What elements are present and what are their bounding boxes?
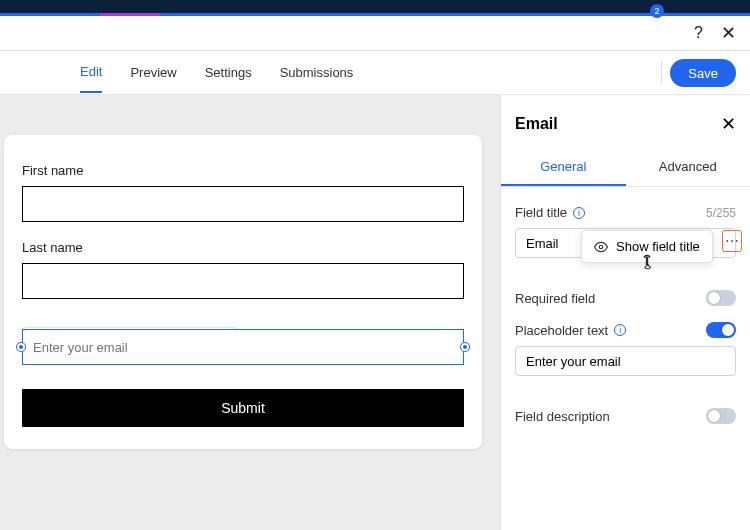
info-icon[interactable]: i bbox=[614, 324, 626, 336]
save-button[interactable]: Save bbox=[670, 59, 736, 87]
active-tab-indicator bbox=[100, 13, 160, 16]
help-icon[interactable]: ? bbox=[694, 24, 703, 42]
placeholder-input[interactable] bbox=[515, 346, 736, 376]
selection-handle-left[interactable] bbox=[17, 343, 25, 351]
show-field-title-popover[interactable]: Show field title bbox=[581, 230, 713, 263]
first-name-input[interactable] bbox=[22, 186, 464, 222]
header-bar: ? ✕ bbox=[0, 16, 750, 51]
eye-icon bbox=[594, 240, 608, 254]
panel-close-icon[interactable]: ✕ bbox=[721, 113, 736, 135]
app-topbar: 2 bbox=[0, 0, 750, 16]
last-name-input[interactable] bbox=[22, 263, 464, 299]
properties-panel: Email ✕ General Advanced Field title i 5… bbox=[500, 95, 750, 530]
more-options-button[interactable]: ⋯ bbox=[722, 230, 742, 252]
selection-handle-right[interactable] bbox=[461, 343, 469, 351]
field-title-label: Field title i bbox=[515, 205, 585, 220]
field-last-name[interactable]: Last name bbox=[22, 240, 464, 299]
panel-tab-general[interactable]: General bbox=[501, 149, 626, 186]
show-field-title-label: Show field title bbox=[616, 239, 700, 254]
notification-badge[interactable]: 2 bbox=[650, 4, 664, 18]
info-icon[interactable]: i bbox=[573, 207, 585, 219]
tab-submissions[interactable]: Submissions bbox=[280, 53, 354, 92]
form-canvas: First name Last name ⋮⋮ Settings bbox=[0, 95, 500, 530]
required-field-label: Required field bbox=[515, 291, 595, 306]
description-label: Field description bbox=[515, 409, 610, 424]
panel-body: Field title i 5/255 Required field Place… bbox=[501, 187, 750, 458]
divider bbox=[661, 61, 662, 84]
mode-tab-bar: Edit Preview Settings Submissions Save bbox=[0, 51, 750, 95]
placeholder-text-label: Placeholder text i bbox=[515, 323, 626, 338]
panel-tab-advanced[interactable]: Advanced bbox=[626, 149, 751, 186]
description-toggle[interactable] bbox=[706, 408, 736, 424]
close-icon[interactable]: ✕ bbox=[721, 22, 736, 44]
email-input[interactable] bbox=[22, 329, 464, 365]
submit-button[interactable]: Submit bbox=[22, 389, 464, 427]
field-first-name[interactable]: First name bbox=[22, 163, 464, 222]
form-card: First name Last name ⋮⋮ Settings bbox=[4, 135, 482, 449]
required-toggle[interactable] bbox=[706, 290, 736, 306]
first-name-label: First name bbox=[22, 163, 464, 178]
tab-preview[interactable]: Preview bbox=[130, 53, 176, 92]
svg-point-3 bbox=[599, 245, 603, 249]
tab-edit[interactable]: Edit bbox=[80, 52, 102, 93]
workspace: First name Last name ⋮⋮ Settings bbox=[0, 95, 750, 530]
panel-title: Email bbox=[515, 115, 558, 133]
last-name-label: Last name bbox=[22, 240, 464, 255]
placeholder-toggle[interactable] bbox=[706, 322, 736, 338]
field-title-counter: 5/255 bbox=[706, 206, 736, 220]
panel-tabs: General Advanced bbox=[501, 149, 750, 187]
field-email[interactable] bbox=[22, 329, 464, 365]
tab-settings[interactable]: Settings bbox=[205, 53, 252, 92]
